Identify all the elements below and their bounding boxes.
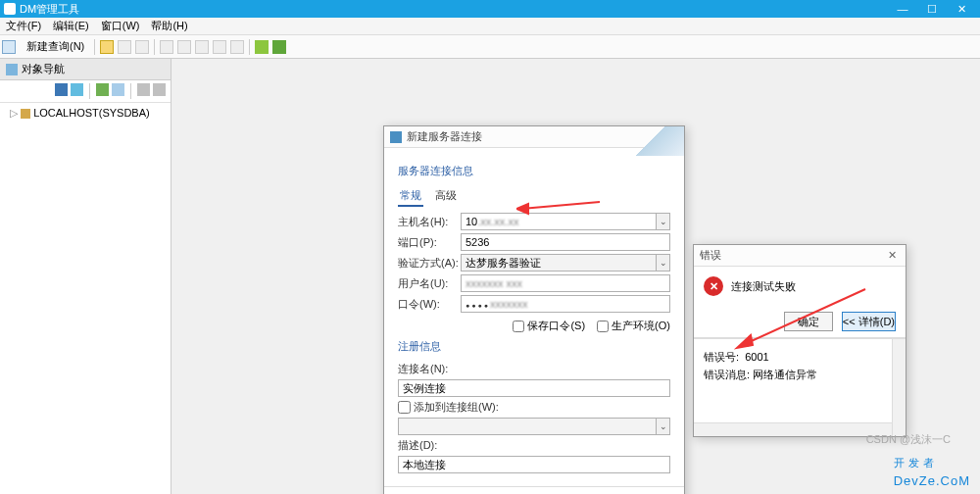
desc-label: 描述(D): bbox=[398, 438, 461, 453]
separator bbox=[94, 39, 95, 55]
dialog-titlebar[interactable]: 新建服务器连接 ✕ bbox=[384, 126, 684, 148]
folder-icon[interactable] bbox=[100, 40, 114, 54]
new-query-icon bbox=[2, 40, 16, 54]
nav-icon bbox=[6, 64, 18, 75]
section-register-info: 注册信息 bbox=[398, 339, 670, 354]
prod-env-checkbox[interactable]: 生产环境(O) bbox=[597, 319, 670, 333]
watermark-logo: 开发者 DevZe.CoM bbox=[894, 442, 970, 488]
blurred-text: .xx.xx.xx bbox=[477, 216, 518, 227]
minimize-button[interactable]: — bbox=[888, 0, 917, 18]
app-title: DM管理工具 bbox=[20, 2, 79, 17]
menu-bar: 文件(F) 编辑(E) 窗口(W) 帮助(H) bbox=[0, 18, 980, 35]
auth-select[interactable]: 达梦服务器验证 ⌄ bbox=[461, 254, 670, 272]
dialog-icon bbox=[390, 131, 402, 143]
separator bbox=[249, 39, 250, 55]
error-no-label: 错误号: bbox=[704, 351, 739, 363]
error-ok-button[interactable]: 确定 bbox=[784, 312, 833, 331]
host-value: 10 bbox=[466, 216, 477, 227]
sidebar: 对象导航 LOCALHOST(SYSDBA) bbox=[0, 59, 172, 494]
scrollbar-vertical[interactable] bbox=[892, 339, 906, 436]
dropdown-icon[interactable]: ⌄ bbox=[656, 419, 669, 434]
blurred-text: xxxxxxx bbox=[490, 298, 528, 310]
separator bbox=[154, 39, 155, 55]
group-select[interactable]: ⌄ bbox=[398, 418, 670, 435]
tabs: 常规 高级 bbox=[398, 186, 670, 207]
error-message: 连接测试失败 bbox=[731, 279, 796, 294]
tree-node-label: LOCALHOST(SYSDBA) bbox=[33, 107, 150, 119]
pwd-label: 口令(W): bbox=[398, 297, 461, 312]
blurred-text: xxxxxxx xxx bbox=[466, 277, 522, 289]
dialog-close-button[interactable]: ✕ bbox=[662, 129, 678, 145]
search-icon[interactable] bbox=[112, 83, 124, 96]
error-close-button[interactable]: ✕ bbox=[884, 248, 900, 264]
tab-advanced[interactable]: 高级 bbox=[433, 186, 459, 207]
collapse-icon[interactable] bbox=[137, 83, 150, 96]
error-details-button[interactable]: << 详情(D) bbox=[842, 312, 896, 331]
host-input[interactable]: 10.xx.xx.xx ⌄ bbox=[461, 213, 670, 230]
error-no-value: 6001 bbox=[745, 351, 768, 363]
save-icon[interactable] bbox=[118, 40, 131, 54]
dropdown-icon[interactable]: ⌄ bbox=[656, 214, 669, 229]
app-icon bbox=[4, 3, 16, 15]
tool-icon[interactable] bbox=[195, 40, 209, 54]
error-icon: ✕ bbox=[704, 276, 723, 296]
pwd-input[interactable]: xxxxxxx bbox=[461, 295, 670, 313]
filter-icon[interactable] bbox=[96, 83, 109, 96]
menu-edit[interactable]: 编辑(E) bbox=[47, 19, 95, 33]
tab-general[interactable]: 常规 bbox=[398, 186, 423, 207]
separator bbox=[130, 83, 131, 99]
tool-icon[interactable] bbox=[213, 40, 226, 54]
error-details-panel: 错误号: 6001 错误消息: 网络通信异常 bbox=[694, 338, 906, 436]
tool-icon[interactable] bbox=[230, 40, 244, 54]
dropdown-icon[interactable]: ⌄ bbox=[656, 255, 669, 271]
tree-node-localhost[interactable]: LOCALHOST(SYSDBA) bbox=[0, 103, 171, 124]
new-query-button[interactable]: 新建查询(N) bbox=[20, 37, 91, 56]
user-input[interactable]: xxxxxxx xxx bbox=[461, 274, 670, 292]
auth-label: 验证方式(A): bbox=[398, 256, 461, 271]
error-msg-label: 错误消息: bbox=[704, 369, 750, 380]
error-msg-value: 网络通信异常 bbox=[753, 369, 817, 380]
host-label: 主机名(H): bbox=[398, 215, 461, 229]
pwd-masked bbox=[466, 298, 490, 310]
section-server-info: 服务器连接信息 bbox=[398, 164, 670, 178]
save-pwd-checkbox[interactable]: 保存口令(S) bbox=[513, 319, 585, 333]
menu-help[interactable]: 帮助(H) bbox=[145, 19, 193, 33]
menu-icon[interactable] bbox=[153, 83, 166, 96]
port-value: 5236 bbox=[466, 236, 489, 248]
error-title: 错误 bbox=[700, 248, 721, 263]
desc-input[interactable]: 本地连接 bbox=[398, 456, 670, 473]
tool-icon[interactable] bbox=[160, 40, 173, 54]
house-green-icon[interactable] bbox=[255, 40, 269, 54]
connect-icon[interactable] bbox=[55, 83, 68, 96]
port-input[interactable]: 5236 bbox=[461, 233, 670, 251]
home-icon[interactable] bbox=[272, 40, 286, 54]
separator bbox=[89, 83, 90, 99]
refresh-icon[interactable] bbox=[71, 83, 83, 96]
db-icon bbox=[21, 109, 30, 119]
port-label: 端口(P): bbox=[398, 235, 461, 250]
save-all-icon[interactable] bbox=[135, 40, 149, 54]
menu-file[interactable]: 文件(F) bbox=[0, 19, 47, 33]
user-label: 用户名(U): bbox=[398, 276, 461, 291]
sidebar-toolbar bbox=[0, 80, 171, 103]
new-connection-dialog: 新建服务器连接 ✕ 服务器连接信息 常规 高级 主机名(H): 10.xx.xx… bbox=[383, 125, 685, 494]
menu-window[interactable]: 窗口(W) bbox=[95, 19, 146, 33]
maximize-button[interactable]: ☐ bbox=[917, 0, 947, 18]
auth-value: 达梦服务器验证 bbox=[466, 256, 541, 271]
scrollbar-horizontal[interactable] bbox=[694, 422, 892, 436]
add-group-checkbox[interactable]: 添加到连接组(W): bbox=[398, 400, 499, 415]
dialog-footer: ? 测试 确定 取消 bbox=[384, 486, 684, 494]
sidebar-title: 对象导航 bbox=[22, 62, 65, 76]
tool-icon[interactable] bbox=[177, 40, 191, 54]
error-dialog: 错误 ✕ ✕ 连接测试失败 确定 << 详情(D) 错误号: 6001 错误消息… bbox=[693, 244, 906, 437]
error-titlebar[interactable]: 错误 ✕ bbox=[694, 245, 906, 267]
conn-name-input[interactable]: 实例连接 bbox=[398, 379, 670, 397]
conn-name-label: 连接名(N): bbox=[398, 362, 461, 376]
window-titlebar: DM管理工具 — ☐ ✕ bbox=[0, 0, 980, 18]
sidebar-header: 对象导航 bbox=[0, 59, 171, 80]
dialog-title: 新建服务器连接 bbox=[407, 129, 482, 144]
close-button[interactable]: ✕ bbox=[947, 0, 976, 18]
toolbar: 新建查询(N) bbox=[0, 35, 980, 59]
